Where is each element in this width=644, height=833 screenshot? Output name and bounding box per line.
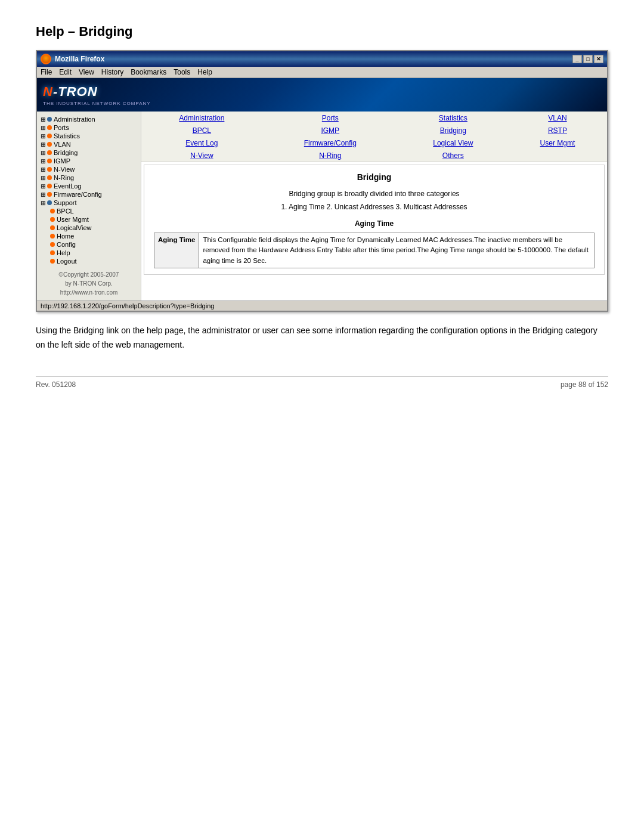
nav-logicalview[interactable]: Logical View (433, 139, 473, 147)
page-footer: Rev. 051208 page 88 of 152 (36, 376, 608, 389)
sidebar-item-help[interactable]: Help (39, 249, 138, 257)
nav-bpcl[interactable]: BPCL (193, 126, 211, 135)
sidebar-item-home[interactable]: Home (39, 232, 138, 240)
browser-statusbar: http://192.168.1.220/goForm/helpDescript… (37, 301, 607, 311)
expand-icon: ⊞ (41, 166, 45, 173)
expand-icon: ⊞ (41, 158, 45, 165)
minimize-button[interactable]: _ (572, 55, 582, 63)
sidebar-item-eventlog[interactable]: ⊞ EventLog (39, 182, 138, 190)
sidebar: ⊞ Administration ⊞ Ports ⊞ Statistics ⊞ … (37, 112, 141, 301)
sidebar-bullet (47, 125, 52, 130)
sidebar-bullet (50, 225, 55, 230)
expand-icon: ⊞ (41, 200, 45, 206)
sidebar-item-ports[interactable]: ⊞ Ports (39, 123, 138, 132)
aging-description: This Configurable field displays the Agi… (199, 233, 595, 268)
nav-firmware[interactable]: Firmware/Config (304, 139, 357, 147)
sidebar-label: EventLog (54, 182, 81, 190)
sidebar-bullet (50, 217, 55, 222)
nav-rstp[interactable]: RSTP (548, 126, 567, 135)
sidebar-item-config[interactable]: Config (39, 240, 138, 249)
sidebar-label: Ports (54, 124, 69, 131)
sidebar-item-logicalview[interactable]: LogicalView (39, 224, 138, 232)
sidebar-item-firmware[interactable]: ⊞ Firmware/Config (39, 190, 138, 199)
nav-nview[interactable]: N-View (190, 151, 213, 160)
menu-edit[interactable]: Edit (59, 68, 72, 76)
sidebar-item-igmp[interactable]: ⊞ IGMP (39, 157, 138, 165)
sidebar-label: Config (57, 241, 76, 248)
footer-page: page 88 of 152 (561, 380, 608, 389)
nav-igmp[interactable]: IGMP (321, 126, 339, 135)
nav-vlan[interactable]: VLAN (548, 114, 566, 122)
sidebar-bullet (47, 142, 52, 147)
nav-bridging[interactable]: Bridging (440, 126, 466, 135)
sidebar-label: VLAN (54, 141, 71, 148)
sidebar-item-vlan[interactable]: ⊞ VLAN (39, 140, 138, 148)
firefox-icon (41, 54, 51, 64)
aging-table: Aging Time This Configurable field displ… (154, 233, 595, 268)
sidebar-bullet (47, 150, 52, 155)
sidebar-bullet (50, 234, 55, 239)
menu-help[interactable]: Help (197, 68, 212, 76)
logo-block: N-TRON THE INDUSTRIAL NETWORK COMPANY (43, 84, 151, 106)
expand-icon: ⊞ (41, 133, 45, 140)
menu-history[interactable]: History (101, 68, 123, 76)
menu-file[interactable]: File (41, 68, 52, 76)
ntron-logo: N-TRON (43, 84, 151, 100)
sidebar-label: LogicalView (57, 224, 92, 231)
sidebar-label: Logout (57, 258, 77, 265)
sidebar-item-statistics[interactable]: ⊞ Statistics (39, 132, 138, 140)
browser-banner: N-TRON THE INDUSTRIAL NETWORK COMPANY (37, 78, 607, 112)
sidebar-bullet (47, 184, 52, 188)
sidebar-item-nring[interactable]: ⊞ N-Ring (39, 174, 138, 182)
sidebar-label: IGMP (54, 157, 70, 165)
sidebar-label: BPCL (57, 208, 74, 215)
aging-time-subtitle: Aging Time (154, 218, 595, 229)
sidebar-label: Support (54, 199, 77, 206)
browser-body: ⊞ Administration ⊞ Ports ⊞ Statistics ⊞ … (37, 112, 607, 301)
sidebar-bullet (47, 134, 52, 138)
sidebar-item-usermgmt[interactable]: User Mgmt (39, 215, 138, 224)
sidebar-item-bpcl[interactable]: BPCL (39, 207, 138, 215)
help-intro1: Bridging group is broadly divided into t… (154, 188, 595, 199)
nav-eventlog[interactable]: Event Log (185, 139, 218, 147)
sidebar-item-nview[interactable]: ⊞ N-View (39, 165, 138, 174)
page-title: Help – Bridging (36, 24, 608, 39)
menu-bookmarks[interactable]: Bookmarks (131, 68, 166, 76)
nav-usermgmt[interactable]: User Mgmt (540, 139, 575, 147)
sidebar-item-logout[interactable]: Logout (39, 257, 138, 265)
menu-tools[interactable]: Tools (174, 68, 190, 76)
nav-administration[interactable]: Administration (179, 114, 224, 122)
sidebar-bullet (50, 209, 55, 213)
sidebar-bullet (50, 242, 55, 247)
titlebar-left: Mozilla Firefox (41, 54, 104, 64)
sidebar-item-bridging[interactable]: ⊞ Bridging (39, 148, 138, 157)
sidebar-bullet (47, 175, 52, 180)
nav-ports[interactable]: Ports (322, 114, 339, 122)
browser-window: Mozilla Firefox _ □ ✕ File Edit View His… (36, 50, 608, 312)
sidebar-bullet (47, 192, 52, 197)
expand-icon: ⊞ (41, 191, 45, 198)
expand-icon: ⊞ (41, 125, 45, 131)
nav-nring[interactable]: N-Ring (319, 151, 341, 160)
expand-icon: ⊞ (41, 141, 45, 148)
sidebar-label: Bridging (54, 149, 78, 156)
aging-label: Aging Time (154, 233, 199, 268)
description-text: Using the Bridging link on the help page… (36, 324, 608, 352)
menu-view[interactable]: View (79, 68, 94, 76)
titlebar-buttons: _ □ ✕ (572, 55, 603, 63)
sidebar-label: N-Ring (54, 174, 74, 181)
close-button[interactable]: ✕ (594, 55, 603, 63)
maximize-button[interactable]: □ (583, 55, 593, 63)
sidebar-item-administration[interactable]: ⊞ Administration (39, 115, 138, 123)
browser-titlebar: Mozilla Firefox _ □ ✕ (37, 51, 607, 67)
sidebar-bullet (47, 167, 52, 172)
help-intro2: 1. Aging Time 2. Unicast Addresses 3. Mu… (154, 202, 595, 212)
sidebar-item-support[interactable]: ⊞ Support (39, 199, 138, 207)
ntron-tagline: THE INDUSTRIAL NETWORK COMPANY (43, 101, 151, 106)
nav-statistics[interactable]: Statistics (439, 114, 467, 122)
nav-table: Administration Ports Statistics VLAN BPC… (141, 112, 607, 162)
nav-others[interactable]: Others (442, 151, 464, 160)
sidebar-label: N-View (54, 166, 75, 173)
sidebar-bullet (50, 259, 55, 264)
sidebar-bullet (50, 250, 55, 255)
